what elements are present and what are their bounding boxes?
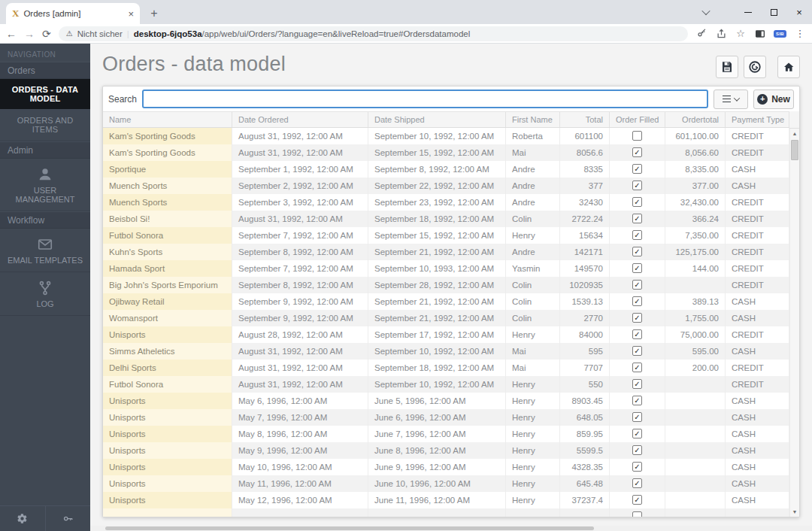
order-filled-checkbox[interactable]: ✓: [632, 329, 642, 339]
sidebar-item-user-management[interactable]: USER MANAGEMENT: [0, 159, 90, 211]
table-row[interactable]: UnisportsMay 12, 1996, 12:00 AMJune 11, …: [103, 492, 789, 508]
column-header-payment-type[interactable]: Payment Type: [726, 112, 789, 127]
new-tab-button[interactable]: +: [144, 4, 164, 23]
home-button[interactable]: [777, 56, 800, 78]
minimize-button[interactable]: [735, 0, 761, 24]
table-row[interactable]: Beisbol Si!August 31, 1992, 12:00 AMSept…: [103, 211, 789, 227]
cell-date_shipped: September 21, 1992, 12:00 AM: [368, 244, 506, 260]
key-button[interactable]: [45, 506, 91, 531]
table-row[interactable]: Ojibway RetailSeptember 9, 1992, 12:00 A…: [103, 293, 789, 310]
cell-ordertotal: [665, 492, 726, 508]
table-row[interactable]: Muench SportsSeptember 3, 1992, 12:00 AM…: [103, 194, 789, 211]
cell-payment_type: CASH: [726, 409, 789, 426]
maximize-button[interactable]: [761, 0, 786, 24]
close-button[interactable]: ×: [786, 0, 812, 24]
page-horizontal-scrollbar[interactable]: [90, 526, 812, 531]
table-row[interactable]: UnisportsMay 7, 1996, 12:00 AMJune 6, 19…: [103, 409, 789, 426]
grid-menu-button[interactable]: [714, 90, 748, 109]
order-filled-checkbox[interactable]: [632, 511, 642, 517]
order-filled-checkbox[interactable]: ✓: [632, 214, 642, 223]
browser-menu-kebab-icon[interactable]: ⋮: [794, 28, 806, 40]
table-row[interactable]: UnisportsMay 11, 1996, 12:00 AMJune 10, …: [103, 475, 789, 492]
tab-search-chevron-icon[interactable]: [693, 0, 719, 24]
sidebar-item-orders-data-model[interactable]: ORDERS - DATA MODEL: [0, 79, 90, 109]
address-bar[interactable]: ⚠ Nicht sicher | desktop-6jqo53a/app/web…: [59, 26, 688, 41]
order-filled-checkbox[interactable]: ✓: [632, 478, 642, 488]
table-row[interactable]: [103, 508, 789, 517]
column-header-total[interactable]: Total: [560, 112, 610, 127]
password-key-icon[interactable]: [695, 28, 707, 40]
new-record-button[interactable]: + New: [753, 90, 794, 109]
table-row[interactable]: UnisportsMay 8, 1996, 12:00 AMJune 7, 19…: [103, 426, 789, 442]
table-row[interactable]: SportiqueSeptember 1, 1992, 12:00 AMSept…: [103, 161, 789, 178]
table-row[interactable]: Kam's Sporting GoodsAugust 31, 1992, 12:…: [103, 128, 789, 144]
order-filled-checkbox[interactable]: ✓: [632, 412, 642, 422]
order-filled-checkbox[interactable]: ✓: [632, 429, 642, 438]
share-icon[interactable]: [715, 28, 727, 40]
main-content: Orders - data model Search: [90, 44, 812, 531]
browser-extension-icon[interactable]: SIB: [774, 30, 786, 38]
order-filled-checkbox[interactable]: ✓: [632, 197, 642, 207]
table-row[interactable]: Muench SportsSeptember 2, 1992, 12:00 AM…: [103, 178, 789, 194]
table-row[interactable]: WomansportSeptember 9, 1992, 12:00 AMSep…: [103, 310, 789, 326]
table-row[interactable]: Futbol SonoraSeptember 7, 1992, 12:00 AM…: [103, 227, 789, 244]
order-filled-checkbox[interactable]: ✓: [632, 363, 642, 372]
column-header-date-shipped[interactable]: Date Shipped: [368, 112, 506, 127]
table-row[interactable]: UnisportsMay 9, 1996, 12:00 AMJune 8, 19…: [103, 442, 789, 459]
bookmark-star-icon[interactable]: ☆: [735, 28, 747, 40]
cell-name: [103, 508, 232, 517]
scroll-down-icon[interactable]: ▼: [790, 507, 799, 517]
table-row[interactable]: Futbol SonoraAugust 31, 1992, 12:00 AMSe…: [103, 376, 789, 393]
cell-order_filled: ✓: [610, 426, 665, 442]
scroll-up-icon[interactable]: ▲: [790, 129, 799, 138]
order-filled-checkbox[interactable]: ✓: [632, 495, 642, 505]
sidebar-item-email-templates[interactable]: EMAIL TEMPLATES: [0, 229, 90, 272]
order-filled-checkbox[interactable]: ✓: [632, 379, 642, 389]
column-header-order-filled[interactable]: Order Filled: [610, 112, 665, 127]
table-row[interactable]: Kam's Sporting GoodsAugust 31, 1992, 12:…: [103, 144, 789, 161]
sidebar-item-orders-and-items[interactable]: ORDERS AND ITEMS: [0, 109, 90, 141]
order-filled-checkbox[interactable]: ✓: [632, 181, 642, 190]
order-filled-checkbox[interactable]: ✓: [632, 164, 642, 174]
back-icon[interactable]: ←: [6, 28, 17, 40]
order-filled-checkbox[interactable]: ✓: [632, 396, 642, 405]
column-header-date-ordered[interactable]: Date Ordered: [232, 112, 368, 127]
browser-tab[interactable]: X Orders [admin] ×: [6, 3, 140, 24]
table-row[interactable]: UnisportsMay 6, 1996, 12:00 AMJune 5, 19…: [103, 393, 789, 409]
order-filled-checkbox[interactable]: ✓: [632, 147, 642, 157]
order-filled-checkbox[interactable]: ✓: [632, 296, 642, 306]
sidebar-item-log[interactable]: LOG: [0, 272, 90, 316]
table-row[interactable]: Delhi SportsAugust 31, 1992, 12:00 AMSep…: [103, 360, 789, 376]
column-header-name[interactable]: Name: [103, 112, 232, 127]
table-row[interactable]: Hamada SportSeptember 7, 1992, 12:00 AMS…: [103, 260, 789, 277]
order-filled-checkbox[interactable]: ✓: [632, 346, 642, 356]
table-row[interactable]: UnisportsMay 10, 1996, 12:00 AMJune 9, 1…: [103, 459, 789, 475]
save-button[interactable]: [716, 56, 738, 78]
window-controls: ×: [693, 0, 812, 24]
column-header-ordertotal[interactable]: Ordertotal: [665, 112, 726, 127]
order-filled-checkbox[interactable]: ✓: [632, 247, 642, 256]
order-filled-checkbox[interactable]: ✓: [632, 230, 642, 240]
history-button[interactable]: [744, 56, 766, 78]
horizontal-scrollbar-thumb[interactable]: [105, 526, 594, 530]
table-row[interactable]: Big John's Sports EmporiumSeptember 8, 1…: [103, 277, 789, 293]
table-vertical-scrollbar[interactable]: ▲ ▼: [789, 111, 799, 517]
order-filled-checkbox[interactable]: [632, 131, 642, 141]
tab-close-icon[interactable]: ×: [128, 9, 134, 19]
settings-gear-button[interactable]: [0, 506, 45, 531]
reload-icon[interactable]: ⟳: [42, 28, 51, 40]
search-input[interactable]: [142, 90, 708, 108]
forward-icon[interactable]: →: [24, 28, 35, 40]
table-row[interactable]: Simms AtheleticsAugust 31, 1992, 12:00 A…: [103, 343, 789, 360]
order-filled-checkbox[interactable]: ✓: [632, 445, 642, 455]
table-row[interactable]: Kuhn's SportsSeptember 8, 1992, 12:00 AM…: [103, 244, 789, 260]
cell-date_ordered: September 2, 1992, 12:00 AM: [232, 178, 368, 194]
side-panel-icon[interactable]: [754, 28, 766, 40]
scrollbar-thumb[interactable]: [791, 140, 798, 160]
order-filled-checkbox[interactable]: ✓: [632, 280, 642, 290]
order-filled-checkbox[interactable]: ✓: [632, 263, 642, 273]
order-filled-checkbox[interactable]: ✓: [632, 313, 642, 323]
table-row[interactable]: UnisportsAugust 28, 1992, 12:00 AMSeptem…: [103, 326, 789, 343]
column-header-first-name[interactable]: First Name: [506, 112, 560, 127]
order-filled-checkbox[interactable]: ✓: [632, 462, 642, 472]
